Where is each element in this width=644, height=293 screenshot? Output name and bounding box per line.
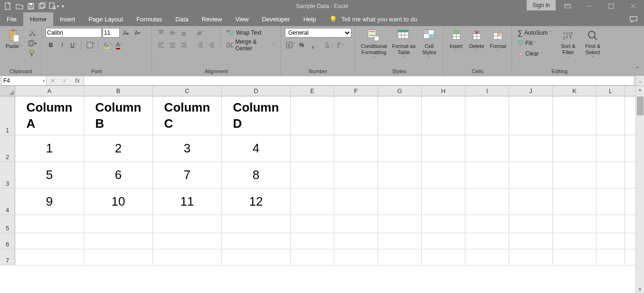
column-header[interactable]: H	[422, 86, 465, 96]
expand-formula-bar-icon[interactable]: ⌄	[635, 76, 644, 85]
cell[interactable]	[465, 189, 509, 215]
cell[interactable]: 4	[222, 135, 291, 161]
column-header[interactable]: I	[465, 86, 509, 96]
align-center-icon[interactable]	[167, 40, 178, 50]
qat-preview-icon[interactable]: ▾	[48, 1, 59, 11]
cell[interactable]	[378, 215, 422, 233]
paste-button[interactable]: Paste	[4, 28, 24, 50]
fill-color-icon[interactable]	[103, 40, 113, 50]
qat-save-icon[interactable]	[26, 1, 36, 11]
cell[interactable]	[509, 189, 553, 215]
find-select-button[interactable]: Find & Select	[582, 28, 603, 62]
clear-button[interactable]: Clear	[516, 49, 554, 58]
conditional-formatting-button[interactable]: Conditional Formatting	[359, 28, 388, 62]
wrap-text-button[interactable]: abWrap Text	[225, 28, 277, 38]
underline-icon[interactable]: U	[68, 40, 79, 50]
insert-button[interactable]: Insert	[447, 28, 465, 56]
tab-home[interactable]: Home	[23, 12, 53, 26]
cell[interactable]	[334, 96, 378, 135]
cell[interactable]	[334, 162, 378, 188]
bold-icon[interactable]: B	[46, 40, 56, 50]
column-header[interactable]: J	[509, 86, 553, 96]
cell[interactable]	[291, 215, 334, 233]
cell[interactable]	[378, 189, 422, 215]
ribbon-display-icon[interactable]	[557, 0, 578, 12]
tab-developer[interactable]: Developer	[255, 12, 296, 26]
cell[interactable]: ColumnC	[153, 96, 222, 135]
cell[interactable]	[509, 215, 553, 233]
tab-data[interactable]: Data	[169, 12, 195, 26]
column-header[interactable]: G	[378, 86, 422, 96]
tell-me-search[interactable]: 💡 Tell me what you want to do	[322, 12, 424, 26]
cell[interactable]	[222, 233, 291, 249]
cell[interactable]: 7	[153, 162, 222, 188]
cell[interactable]	[84, 215, 153, 233]
cell[interactable]: ColumnB	[84, 96, 153, 135]
cell[interactable]	[422, 135, 465, 161]
align-left-icon[interactable]	[156, 40, 166, 50]
row-header[interactable]: 6	[0, 233, 15, 249]
italic-icon[interactable]: I	[57, 40, 67, 50]
increase-font-icon[interactable]: A▴	[121, 28, 131, 38]
decrease-font-icon[interactable]: A▾	[132, 28, 142, 38]
row-header[interactable]: 1	[0, 96, 15, 135]
cell[interactable]	[597, 215, 625, 233]
orientation-icon[interactable]: ab	[195, 28, 205, 38]
sort-filter-button[interactable]: AZ Sort & Filter	[558, 28, 578, 62]
cell[interactable]	[597, 189, 625, 215]
name-box[interactable]: F4	[1, 76, 47, 85]
cell[interactable]	[465, 215, 509, 233]
accounting-format-icon[interactable]: $	[285, 40, 295, 50]
font-size-combo[interactable]	[103, 28, 120, 38]
copy-icon[interactable]: ▾	[27, 38, 38, 48]
cell[interactable]	[15, 233, 84, 249]
qat-saveall-icon[interactable]	[37, 1, 47, 11]
tab-file[interactable]: File	[0, 12, 23, 26]
sign-in-button[interactable]: Sign in	[527, 0, 556, 10]
cell[interactable]	[509, 96, 553, 135]
cell[interactable]	[334, 233, 378, 249]
format-as-table-button[interactable]: Format as Table	[391, 28, 416, 62]
row-header[interactable]: 4	[0, 189, 15, 215]
cell[interactable]	[378, 249, 422, 265]
cell[interactable]: 1	[15, 135, 84, 161]
cell[interactable]: 6	[84, 162, 153, 188]
cell[interactable]	[597, 96, 625, 135]
borders-icon[interactable]	[85, 40, 96, 50]
scroll-up-icon[interactable]: ▲	[636, 87, 644, 92]
cancel-formula-icon[interactable]: ✕	[47, 77, 59, 84]
column-header[interactable]: C	[153, 86, 222, 96]
font-name-combo[interactable]	[46, 28, 102, 38]
cell[interactable]	[291, 233, 334, 249]
cell[interactable]	[465, 96, 509, 135]
formula-input[interactable]	[84, 76, 635, 85]
column-header[interactable]: K	[553, 86, 597, 96]
cut-icon[interactable]	[27, 28, 38, 38]
cell[interactable]: 5	[15, 162, 84, 188]
increase-decimal-icon[interactable]: .0.00	[324, 40, 334, 50]
column-header[interactable]: F	[334, 86, 378, 96]
comma-icon[interactable]: ,	[308, 40, 318, 50]
cell[interactable]: 11	[153, 189, 222, 215]
cell[interactable]	[509, 162, 553, 188]
close-icon[interactable]	[622, 0, 644, 12]
cell[interactable]	[291, 162, 334, 188]
cell[interactable]: 2	[84, 135, 153, 161]
align-top-icon[interactable]	[156, 28, 166, 38]
select-all-button[interactable]	[0, 86, 15, 96]
cell[interactable]	[222, 215, 291, 233]
cell[interactable]	[553, 233, 597, 249]
tab-review[interactable]: Review	[195, 12, 229, 26]
cell[interactable]	[291, 135, 334, 161]
qat-new-icon[interactable]	[3, 1, 13, 11]
autosum-button[interactable]: ∑AutoSum	[516, 28, 554, 38]
scroll-thumb[interactable]	[637, 96, 644, 115]
decrease-decimal-icon[interactable]: .00.0	[335, 40, 346, 50]
column-header[interactable]: D	[222, 86, 291, 96]
cell[interactable]: 10	[84, 189, 153, 215]
tab-formulas[interactable]: Formulas	[130, 12, 169, 26]
cell[interactable]: 3	[153, 135, 222, 161]
cell[interactable]	[509, 135, 553, 161]
comments-icon[interactable]	[623, 12, 644, 26]
maximize-icon[interactable]	[600, 0, 622, 12]
